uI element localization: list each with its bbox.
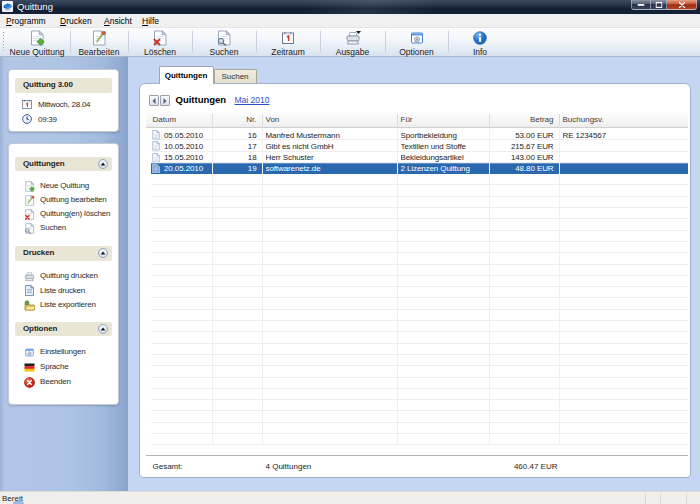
- cell-buchungsv: RE 1234567: [563, 131, 688, 140]
- sidebar-item-beenden[interactable]: Beenden: [9, 375, 118, 389]
- table-row[interactable]: 10.05.201017Gibt es nicht GmbHTextilien …: [151, 140, 688, 151]
- column-divider[interactable]: [397, 114, 398, 126]
- table-row[interactable]: 20.05.201019softwarenetz.de2 Lizenzen Qu…: [151, 163, 688, 174]
- table-row-empty[interactable]: [151, 378, 688, 389]
- table-row-empty[interactable]: [151, 321, 688, 332]
- column-divider[interactable]: [262, 114, 263, 126]
- column-header-fr[interactable]: Für: [401, 115, 413, 124]
- table-row-empty[interactable]: [151, 208, 688, 219]
- german-flag-icon: [24, 362, 35, 373]
- sidebar: Quittung 3.00 Mittwoch, 28.04 09:39 Quit…: [0, 57, 128, 491]
- client-area: Quittung 3.00 Mittwoch, 28.04 09:39 Quit…: [0, 57, 700, 491]
- sidebar-item-liste-exportieren[interactable]: Liste exportieren: [9, 298, 118, 312]
- toolbar-button-l-schen[interactable]: Löschen: [128, 28, 192, 56]
- table-gridline: [489, 129, 490, 445]
- sidebar-item-quittung-bearbeiten[interactable]: Quittung bearbeiten: [9, 193, 118, 207]
- table-row-empty[interactable]: [151, 389, 688, 400]
- doc-edit-icon: [24, 195, 35, 206]
- tab-quittungen[interactable]: Quittungen: [159, 66, 214, 84]
- table-row-empty[interactable]: [151, 423, 688, 434]
- cell-von: Manfred Mustermann: [266, 131, 397, 140]
- table-row[interactable]: 15.05.201018Herr SchusterBekleidungsarti…: [151, 152, 688, 163]
- table-row-empty[interactable]: [151, 434, 688, 445]
- doc-delete-icon: [24, 209, 35, 220]
- maximize-button[interactable]: [650, 0, 667, 10]
- table-row-empty[interactable]: [151, 299, 688, 310]
- column-header-datum[interactable]: Datum: [153, 115, 177, 124]
- toolbar-button-bearbeiten[interactable]: Bearbeiten: [70, 28, 128, 56]
- table-row-empty[interactable]: [151, 265, 688, 276]
- toolbar-button-label: Neue Quittung: [4, 47, 70, 57]
- sidebar-item-quittung-en-l-schen[interactable]: Quittung(en) löschen: [9, 207, 118, 221]
- sidebar-item-quittung-drucken[interactable]: Quittung drucken: [9, 269, 118, 283]
- next-month-button[interactable]: [160, 95, 170, 106]
- table-row-empty[interactable]: [151, 332, 688, 343]
- summary-label: Gesamt:: [153, 462, 183, 471]
- sidebar-date-row: Mittwoch, 28.04: [9, 99, 118, 111]
- table-row[interactable]: 05.05.201016Manfred MustermannSportbekle…: [151, 129, 688, 140]
- sidebar-item-label: Suchen: [40, 223, 66, 232]
- table-row-empty[interactable]: [151, 412, 688, 423]
- table-row-empty[interactable]: [151, 231, 688, 242]
- toolbar-button-ausgabe[interactable]: Ausgabe: [320, 28, 385, 56]
- table-gridline: [559, 129, 560, 445]
- cell-von: Herr Schuster: [266, 153, 397, 162]
- table-gridline: [212, 129, 213, 445]
- table-row-empty[interactable]: [151, 287, 688, 298]
- status-bar: Bereit: [0, 491, 700, 504]
- column-divider[interactable]: [559, 114, 560, 126]
- table-row-empty[interactable]: [151, 344, 688, 355]
- table-row-empty[interactable]: [151, 355, 688, 366]
- sidebar-section-header-quittungen: Quittungen: [15, 157, 112, 172]
- menu-item-programm[interactable]: Programm: [6, 16, 46, 26]
- period-link[interactable]: Mai 2010: [235, 95, 270, 105]
- toolbar-button-info[interactable]: Info: [448, 28, 512, 56]
- previous-month-button[interactable]: [149, 95, 159, 106]
- sidebar-date-text: Mittwoch, 28.04: [38, 100, 90, 109]
- table-row-empty[interactable]: [151, 366, 688, 377]
- close-button[interactable]: [667, 0, 697, 10]
- column-header-betrag[interactable]: Betrag: [489, 115, 554, 124]
- cell-betrag: 53.00 EUR: [489, 131, 554, 140]
- sidebar-item-suchen[interactable]: Suchen: [9, 221, 118, 235]
- sidebar-time-text: 09:39: [38, 115, 57, 124]
- menu-item-ansicht[interactable]: Ansicht: [104, 16, 132, 26]
- table-row-empty[interactable]: [151, 253, 688, 264]
- minimize-button[interactable]: [631, 0, 650, 10]
- table-row-empty[interactable]: [151, 174, 688, 185]
- toolbar-button-suchen[interactable]: Suchen: [192, 28, 256, 56]
- column-divider[interactable]: [489, 114, 490, 126]
- collapse-section-button[interactable]: [98, 248, 108, 258]
- column-header-nr[interactable]: Nr.: [212, 115, 257, 124]
- sidebar-item-neue-quittung[interactable]: Neue Quittung: [9, 179, 118, 193]
- collapse-section-button[interactable]: [98, 159, 108, 169]
- sidebar-item-label: Liste drucken: [40, 286, 85, 295]
- sidebar-item-liste-drucken[interactable]: Liste drucken: [9, 284, 118, 298]
- table-row-empty[interactable]: [151, 242, 688, 253]
- title-bar: Quittung: [0, 0, 700, 14]
- table-row-empty[interactable]: [151, 400, 688, 411]
- tab-suchen[interactable]: Suchen: [214, 69, 257, 83]
- table-row-empty[interactable]: [151, 310, 688, 321]
- column-header-buchungsv[interactable]: Buchungsv.: [563, 115, 604, 124]
- sidebar-item-sprache[interactable]: Sprache: [9, 360, 118, 374]
- toolbar-button-zeitraum[interactable]: Zeitraum: [256, 28, 320, 56]
- column-divider[interactable]: [212, 114, 213, 126]
- table-row-empty[interactable]: [151, 186, 688, 197]
- menu-item-drucken[interactable]: Drucken: [60, 16, 92, 26]
- folder-export-icon: [24, 300, 35, 311]
- toolbar-button-label: Suchen: [192, 47, 256, 57]
- table-row-empty[interactable]: [151, 219, 688, 230]
- row-doc-icon: [152, 130, 160, 140]
- sidebar-item-einstellungen[interactable]: Einstellungen: [9, 345, 118, 359]
- toolbar-button-neue-quittung[interactable]: Neue Quittung: [4, 28, 70, 56]
- table-row-empty[interactable]: [151, 197, 688, 208]
- table-row-empty[interactable]: [151, 276, 688, 287]
- menu-item-hilfe[interactable]: Hilfe: [142, 16, 159, 26]
- sidebar-item-label: Beenden: [40, 377, 71, 386]
- toolbar-button-optionen[interactable]: Optionen: [385, 28, 448, 56]
- collapse-section-button[interactable]: [98, 324, 108, 334]
- statusbar-divider: [686, 493, 687, 504]
- column-header-von[interactable]: Von: [266, 115, 280, 124]
- cell-betrag: 215.67 EUR: [489, 142, 554, 151]
